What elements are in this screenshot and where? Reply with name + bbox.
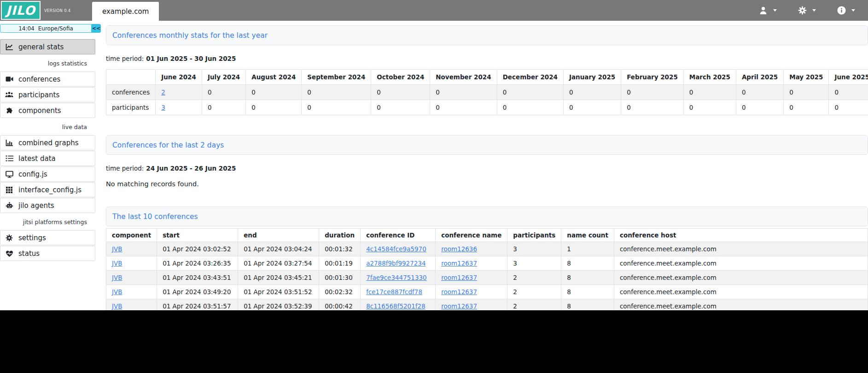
table-row: conferences 2 0 0 0 0 0 0 0 0 0 0 0 0 xyxy=(106,85,868,100)
sidebar-item-label: settings xyxy=(18,234,46,242)
table-row: participants 3 0 0 0 0 0 0 0 0 0 0 0 0 xyxy=(106,100,868,115)
column-header: participants xyxy=(507,229,561,242)
cell: 0 xyxy=(302,100,371,115)
sidebar-item-jilo-agents[interactable]: jilo agents xyxy=(0,198,95,213)
sidebar-item-participants[interactable]: participants xyxy=(0,87,95,102)
user-icon xyxy=(759,6,768,15)
cell: JVB xyxy=(106,271,157,285)
cell: 0 xyxy=(829,100,868,115)
column-header: name count xyxy=(561,229,614,242)
sidebar-item-label: components xyxy=(18,107,61,115)
cell: room12636 xyxy=(436,242,507,256)
section-label-logs-statistics: logs statistics xyxy=(0,55,95,71)
sidebar-item-label: latest data xyxy=(18,154,56,163)
cell: 8 xyxy=(561,299,614,311)
cell: 01 Apr 2024 03:26:35 xyxy=(157,256,238,271)
conference-id-link[interactable]: a2788f9bf9927234 xyxy=(366,260,425,267)
cell: 00:01:32 xyxy=(319,242,361,256)
cell: 0 xyxy=(430,85,497,100)
cell: 01 Apr 2024 03:27:54 xyxy=(238,256,319,271)
sidebar-item-label: participants xyxy=(18,91,59,99)
conference-id-link[interactable]: fce17ce887fcdf78 xyxy=(366,288,422,296)
section-title: Conferences monthly stats for the last y… xyxy=(112,31,268,40)
cell: 8 xyxy=(561,285,614,299)
cell: 0 xyxy=(563,85,621,100)
cell: 0 xyxy=(683,100,736,115)
column-header: conference name xyxy=(436,229,507,242)
conference-name-link[interactable]: room12637 xyxy=(441,288,477,296)
settings-menu[interactable] xyxy=(798,6,816,15)
sidebar-item-label: config.js xyxy=(18,170,47,178)
sidebar-item-combined-graphs[interactable]: combined graphs xyxy=(0,135,95,150)
sidebar-item-interface-config-js[interactable]: interface_config.js xyxy=(0,182,95,197)
video-camera-icon xyxy=(5,76,13,82)
cell: 0 xyxy=(784,85,829,100)
conference-name-link[interactable]: room12637 xyxy=(441,260,477,267)
clock-row: 14:04 Europe/Sofia << xyxy=(0,24,101,33)
cell: 2 xyxy=(156,85,202,100)
component-link[interactable]: JVB xyxy=(112,245,122,253)
user-menu[interactable] xyxy=(759,6,777,15)
component-link[interactable]: JVB xyxy=(112,302,122,310)
monthly-stats-header[interactable]: Conferences monthly stats for the last y… xyxy=(106,25,868,45)
sidebar-item-settings[interactable]: settings xyxy=(0,230,95,245)
conference-id-link[interactable]: 4c14584fce9a5970 xyxy=(366,245,426,253)
time-period-value: 01 Jun 2025 - 30 Jun 2025 xyxy=(146,55,236,62)
cell: 0 xyxy=(563,100,621,115)
cell: 2 xyxy=(507,271,561,285)
table-header-row: component start end duration conference … xyxy=(106,229,868,242)
cell: conference.meet.example.com xyxy=(614,242,868,256)
section-label-jitsi-platforms-settings: jitsi platforms settings xyxy=(0,213,95,230)
grid-icon xyxy=(5,186,13,194)
conferences-count-link[interactable]: 2 xyxy=(161,89,165,96)
sidebar-item-components[interactable]: components xyxy=(0,103,95,118)
component-link[interactable]: JVB xyxy=(112,260,122,267)
table-row: JVB 01 Apr 2024 03:43:51 01 Apr 2024 03:… xyxy=(106,271,868,285)
cell: 0 xyxy=(784,100,829,115)
table-header-row: June 2024 July 2024 August 2024 Septembe… xyxy=(106,70,868,85)
cell: 0 xyxy=(246,100,302,115)
sidebar-item-general-stats[interactable]: general stats xyxy=(0,39,95,54)
cell: JVB xyxy=(106,299,157,311)
cell: 0 xyxy=(621,85,684,100)
cell: 01 Apr 2024 03:52:39 xyxy=(238,299,319,311)
info-menu[interactable] xyxy=(837,6,855,15)
component-link[interactable]: JVB xyxy=(112,274,122,281)
cell: 0 xyxy=(202,85,245,100)
sidebar-item-config-js[interactable]: config.js xyxy=(0,166,95,182)
last-2-days-header[interactable]: Conferences for the last 2 days xyxy=(106,135,868,155)
conference-id-link[interactable]: 7fae9ce344751330 xyxy=(366,274,427,281)
sidebar-item-conferences[interactable]: conferences xyxy=(0,71,95,87)
tab-example-com[interactable]: example.com xyxy=(92,2,159,21)
cell: room12637 xyxy=(436,271,507,285)
cell: 0 xyxy=(621,100,684,115)
sidebar-collapse-button[interactable]: << xyxy=(92,24,101,33)
row-label: participants xyxy=(106,100,156,115)
cell: 01 Apr 2024 03:45:21 xyxy=(238,271,319,285)
participants-count-link[interactable]: 3 xyxy=(161,104,165,111)
last-10-conferences-table: component start end duration conference … xyxy=(106,228,868,310)
robot-icon xyxy=(5,201,13,209)
column-header: January 2025 xyxy=(563,70,621,85)
last-2-days-time-period: time period:24 Jun 2025 - 26 Jun 2025 xyxy=(106,165,868,172)
clock-timezone: Europe/Sofia xyxy=(38,25,73,32)
monthly-time-period: time period:01 Jun 2025 - 30 Jun 2025 xyxy=(106,55,868,62)
cell: 0 xyxy=(371,100,430,115)
sidebar-item-label: conferences xyxy=(18,75,60,83)
conference-name-link[interactable]: room12637 xyxy=(441,274,477,281)
last-10-conferences-header[interactable]: The last 10 conferences xyxy=(106,207,868,226)
cell: 01 Apr 2024 03:43:51 xyxy=(157,271,238,285)
column-header: May 2025 xyxy=(784,70,829,85)
sidebar-item-status[interactable]: status xyxy=(0,246,95,261)
conference-id-link[interactable]: 8c116568f5201f28 xyxy=(366,302,425,310)
cell: 2 xyxy=(507,299,561,311)
conference-name-link[interactable]: room12636 xyxy=(441,245,477,253)
cell: a2788f9bf9927234 xyxy=(361,256,436,271)
conference-name-link[interactable]: room12637 xyxy=(441,302,477,310)
topbar-icons xyxy=(759,0,855,21)
component-link[interactable]: JVB xyxy=(112,288,122,296)
table-row: JVB 01 Apr 2024 03:26:35 01 Apr 2024 03:… xyxy=(106,256,868,271)
cell: 01 Apr 2024 03:51:52 xyxy=(238,285,319,299)
sidebar-item-latest-data[interactable]: latest data xyxy=(0,151,95,166)
heart-pulse-icon xyxy=(5,250,13,257)
